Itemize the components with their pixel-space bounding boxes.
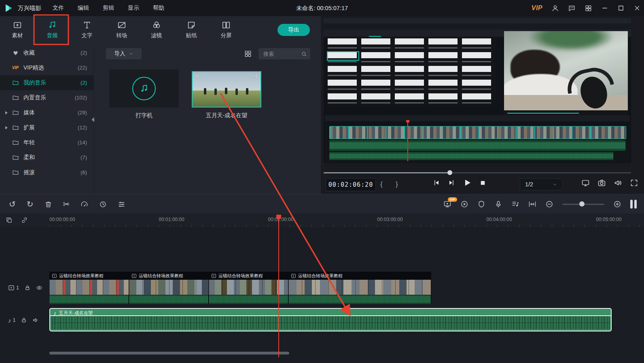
zoom-in-icon[interactable]	[613, 200, 621, 208]
vip-button[interactable]: VIP	[532, 4, 542, 12]
undo-button[interactable]: ↺	[9, 200, 16, 208]
search-icon[interactable]	[301, 51, 307, 57]
record-mic-icon[interactable]	[494, 200, 502, 208]
close-button[interactable]	[633, 4, 641, 12]
sidebar-item-rock[interactable]: 摇滚 (6)	[0, 165, 93, 180]
search-box[interactable]	[258, 48, 310, 59]
preview-video-frame[interactable]	[324, 18, 631, 167]
grid-view-icon[interactable]	[244, 50, 252, 58]
preview-quality-dropdown[interactable]: 1/2	[520, 178, 563, 190]
fullscreen-icon[interactable]	[630, 179, 638, 187]
clip-audio-waveform	[129, 295, 208, 304]
sidebar-label: 收藏	[23, 49, 35, 57]
album-art: 自 传	[192, 71, 261, 108]
video-clip[interactable]: 运镜结合转场效果教程	[288, 272, 431, 304]
library-item-typewriter[interactable]: 打字机	[109, 70, 179, 119]
tab-filter[interactable]: 滤镜	[139, 21, 174, 39]
sidebar-item-my-music[interactable]: 我的音乐 (2)	[0, 75, 93, 90]
sidebar-item-young[interactable]: 年轻 (14)	[0, 135, 93, 150]
speed-icon[interactable]	[80, 200, 88, 208]
zoom-out-icon[interactable]	[545, 200, 553, 208]
ruler-timestamp: 00:01:00:00	[159, 217, 184, 222]
previous-frame-button[interactable]	[432, 179, 441, 187]
export-button[interactable]: 导出	[278, 24, 310, 36]
menu-file[interactable]: 文件	[53, 4, 64, 12]
sidebar-label: 柔和	[23, 154, 35, 161]
video-clip[interactable]: 运镜结合转场效果教程	[209, 272, 288, 304]
mark-in-button[interactable]: {	[380, 180, 383, 188]
tab-sticker[interactable]: 贴纸	[174, 21, 209, 39]
sidebar-item-vip-picks[interactable]: VIP VIP精选 (22)	[0, 60, 93, 75]
timeline-ruler[interactable]: 00:00:00:00 00:01:00:00 00:02:00:00 00:0…	[0, 213, 644, 227]
import-button[interactable]: 导入	[106, 48, 142, 59]
menu-edit[interactable]: 编辑	[78, 4, 89, 12]
clip-audio-waveform	[49, 295, 129, 304]
audio-clip-selected[interactable]: ♪ 五月天-成名在望	[49, 308, 612, 331]
mute-speaker-icon[interactable]	[32, 317, 39, 323]
sidebar-item-media[interactable]: 媒体 (29)	[0, 105, 93, 120]
adjust-sliders-icon[interactable]	[118, 200, 125, 208]
zoom-slider-handle[interactable]	[579, 201, 585, 207]
menu-clip[interactable]: 剪辑	[103, 4, 114, 12]
video-track-icon	[8, 285, 15, 291]
eye-visibility-icon[interactable]	[36, 285, 42, 291]
maximize-button[interactable]	[617, 4, 625, 12]
library-item-mayday-song[interactable]: 自 传 五月天-成名在望	[192, 70, 261, 119]
music-tile	[109, 70, 179, 108]
marker-shield-icon[interactable]	[477, 200, 485, 208]
volume-icon[interactable]	[614, 179, 622, 187]
media-panel: 素材 音频 文字 转场 滤镜	[0, 16, 321, 194]
auto-play-icon[interactable]	[460, 200, 468, 208]
sidebar-count: (102)	[75, 95, 93, 101]
apps-grid-icon[interactable]	[585, 4, 592, 12]
delete-icon[interactable]	[44, 200, 52, 208]
play-button[interactable]	[462, 178, 472, 188]
account-icon[interactable]	[551, 4, 559, 12]
stop-button[interactable]	[479, 179, 487, 187]
redo-button[interactable]: ↻	[27, 200, 34, 208]
ruler-timestamp: 00:02:00:00	[268, 217, 293, 222]
seek-handle[interactable]	[447, 170, 452, 175]
auto-ripple-link-icon[interactable]	[21, 217, 28, 224]
clip-title: 运镜结合转场效果教程	[139, 273, 183, 279]
zoom-slider[interactable]	[562, 201, 604, 207]
menu-view[interactable]: 显示	[128, 4, 139, 12]
preview-seekbar[interactable]	[324, 170, 631, 175]
next-frame-button[interactable]	[447, 179, 455, 187]
sidebar-label: 年轻	[23, 139, 35, 146]
tab-media[interactable]: 素材	[0, 21, 35, 39]
video-clip[interactable]: 运镜结合转场效果教程	[129, 272, 209, 304]
mixer-playlist-icon[interactable]	[511, 200, 519, 208]
sidebar-item-soft[interactable]: 柔和 (7)	[0, 150, 93, 165]
lock-icon[interactable]	[24, 285, 31, 291]
minimize-button[interactable]	[601, 4, 608, 12]
audio-track-number: 1	[13, 317, 16, 323]
splitscreen-icon	[222, 21, 231, 30]
tab-audio[interactable]: 音频	[35, 21, 70, 39]
snapshot-camera-icon[interactable]	[597, 179, 606, 187]
video-clip[interactable]: 运镜结合转场效果教程	[49, 272, 129, 304]
volume-envelope-line[interactable]	[50, 315, 611, 316]
sidebar-item-favorites[interactable]: 收藏 (2)	[0, 45, 93, 60]
dual-monitor-icon[interactable]	[581, 179, 590, 187]
lock-icon[interactable]	[21, 317, 27, 323]
search-input[interactable]	[263, 51, 301, 57]
tab-transition[interactable]: 转场	[104, 21, 139, 39]
tab-text[interactable]: 文字	[70, 21, 104, 39]
toolbar-left: ↺ ↻ ✂	[0, 200, 125, 208]
sidebar-item-extensions[interactable]: 扩展 (12)	[0, 120, 93, 135]
paste-mode-icon[interactable]	[6, 217, 13, 224]
sidebar-label: 摇滚	[23, 169, 35, 176]
expand-arrow-icon[interactable]	[5, 111, 8, 114]
feedback-icon[interactable]	[568, 4, 576, 12]
tab-splitscreen[interactable]: 分屏	[209, 21, 244, 39]
duration-clock-icon[interactable]	[99, 200, 107, 208]
expand-arrow-icon[interactable]	[5, 126, 8, 129]
layout-panels-icon[interactable]	[630, 200, 637, 209]
menu-help[interactable]: 帮助	[153, 4, 164, 12]
fit-timeline-icon[interactable]	[528, 200, 536, 208]
split-scissors-icon[interactable]: ✂	[63, 200, 70, 208]
mark-out-button[interactable]: }	[396, 180, 398, 188]
sidebar-item-builtin-music[interactable]: 内置音乐 (102)	[0, 90, 93, 105]
horizontal-scrollbar[interactable]	[49, 352, 289, 355]
